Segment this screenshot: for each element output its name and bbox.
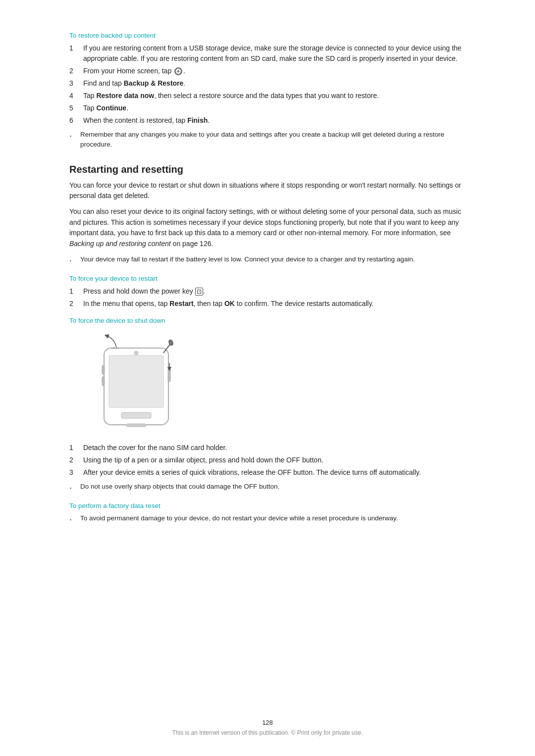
step-num-4: 4	[69, 91, 83, 101]
factory-reset-note-block: · To avoid permanent damage to your devi…	[69, 513, 466, 526]
restart-para1: You can force your device to restart or …	[69, 180, 466, 202]
finish-label: Finish	[187, 116, 208, 124]
step-num-2: 2	[69, 66, 83, 76]
step-num-6: 6	[69, 115, 83, 126]
svg-rect-5	[109, 355, 163, 407]
sd-step-num-3: 3	[69, 467, 83, 478]
shutdown-steps: 1 Detach the cover for the nano SIM card…	[69, 443, 466, 478]
step-num-3: 3	[69, 78, 83, 89]
backup-restore-label: Backup & Restore	[124, 79, 184, 87]
svg-rect-9	[102, 377, 105, 386]
restore-steps-list: 1 If you are restoring content from a US…	[69, 43, 466, 126]
power-key-icon: ⊡	[195, 288, 203, 296]
restart-para2-prefix: You can also reset your device to its or…	[69, 207, 461, 237]
restore-step-5: 5 Tap Continue.	[69, 103, 466, 113]
page-number: 128	[0, 719, 535, 726]
svg-rect-6	[121, 412, 151, 418]
fr-step-text-2: In the menu that opens, tap Restart, the…	[83, 299, 466, 309]
device-svg	[74, 333, 188, 432]
step-num-5: 5	[69, 103, 83, 113]
shutdown-step-3: 3 After your device emits a series of qu…	[69, 467, 466, 478]
shutdown-note-text: Do not use overly sharp objects that cou…	[80, 482, 279, 494]
restart-label: Restart	[169, 300, 193, 307]
svg-rect-7	[168, 368, 170, 382]
force-shutdown-heading: To force the device to shut down	[69, 317, 466, 324]
factory-reset-note-text: To avoid permanent damage to your device…	[80, 513, 398, 526]
sd-step-num-1: 1	[69, 443, 83, 453]
restore-step-6: 6 When the content is restored, tap Fini…	[69, 115, 466, 126]
battery-note-block: · Your device may fail to restart if the…	[69, 254, 466, 267]
footer-text: This is an Internet version of this publ…	[0, 729, 535, 736]
restart-para2-suffix: on page 126.	[171, 240, 214, 248]
battery-note-text: Your device may fail to restart if the b…	[80, 254, 415, 267]
fr-step-text-1: Press and hold down the power key ⊡.	[83, 286, 466, 297]
force-restart-heading: To force your device to restart	[69, 275, 466, 282]
restore-heading: To restore backed up content	[69, 32, 466, 39]
continue-label: Continue	[96, 104, 126, 112]
shutdown-step-2: 2 Using the tip of a pen or a similar ob…	[69, 455, 466, 465]
restart-para2: You can also reset your device to its or…	[69, 206, 466, 250]
note-dot-icon: ·	[69, 130, 80, 150]
svg-rect-8	[102, 365, 105, 374]
restarting-title: Restarting and resetting	[69, 164, 466, 175]
force-restart-step-1: 1 Press and hold down the power key ⊡.	[69, 286, 466, 297]
device-illustration	[74, 333, 466, 434]
sd-step-text-2: Using the tip of a pen or a similar obje…	[83, 455, 466, 465]
shutdown-note-block: · Do not use overly sharp objects that c…	[69, 482, 466, 494]
page-footer: 128 This is an Internet version of this …	[0, 719, 535, 736]
svg-rect-14	[126, 424, 146, 427]
restore-step-1: 1 If you are restoring content from a US…	[69, 43, 466, 64]
restarting-section: Restarting and resetting You can force y…	[69, 164, 466, 526]
home-icon	[174, 67, 182, 75]
svg-point-15	[134, 351, 138, 355]
step-text-5: Tap Continue.	[83, 103, 466, 113]
restore-step-4: 4 Tap Restore data now, then select a re…	[69, 91, 466, 101]
page: To restore backed up content 1 If you ar…	[0, 0, 535, 756]
factory-reset-heading: To perform a factory data reset	[69, 502, 466, 509]
force-restart-steps: 1 Press and hold down the power key ⊡. 2…	[69, 286, 466, 309]
shutdown-step-1: 1 Detach the cover for the nano SIM card…	[69, 443, 466, 453]
sd-step-text-3: After your device emits a series of quic…	[83, 467, 466, 478]
step-text-4: Tap Restore data now, then select a rest…	[83, 91, 466, 101]
restore-step-2: 2 From your Home screen, tap .	[69, 66, 466, 76]
restore-data-now-label: Restore data now	[96, 92, 154, 100]
fr-step-num-2: 2	[69, 299, 83, 309]
fr-step-num-1: 1	[69, 286, 83, 297]
restore-section: To restore backed up content 1 If you ar…	[69, 32, 466, 150]
step-text-1: If you are restoring content from a USB …	[83, 43, 466, 64]
shutdown-note-dot: ·	[69, 482, 80, 494]
restore-note: · Remember that any changes you make to …	[69, 130, 466, 150]
sd-step-text-1: Detach the cover for the nano SIM card h…	[83, 443, 466, 453]
restore-step-3: 3 Find and tap Backup & Restore.	[69, 78, 466, 89]
factory-reset-note-dot: ·	[69, 513, 80, 526]
step-text-6: When the content is restored, tap Finish…	[83, 115, 466, 126]
step-num-1: 1	[69, 43, 83, 64]
step-text-2: From your Home screen, tap .	[83, 66, 466, 76]
force-restart-step-2: 2 In the menu that opens, tap Restart, t…	[69, 299, 466, 309]
backing-up-link: Backing up and restoring content	[69, 240, 171, 248]
restore-note-text: Remember that any changes you make to yo…	[80, 130, 466, 150]
ok-label: OK	[224, 300, 235, 307]
step-text-3: Find and tap Backup & Restore.	[83, 78, 466, 89]
battery-note-dot: ·	[69, 254, 80, 267]
sd-step-num-2: 2	[69, 455, 83, 465]
